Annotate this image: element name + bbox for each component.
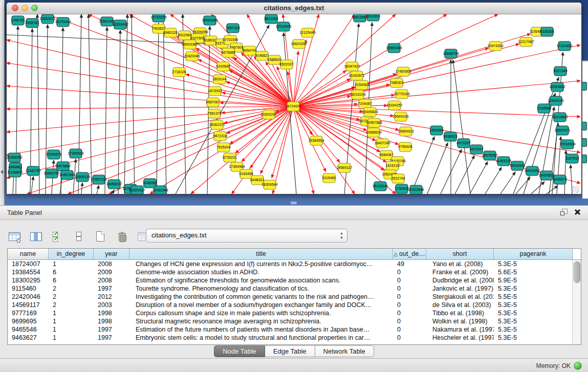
network-node[interactable]: 3875685 [221, 48, 235, 57]
column-header-indegree[interactable]: in_degree [49, 249, 94, 259]
network-node-hub[interactable]: 18724007 [285, 102, 301, 111]
horizontal-split-handle[interactable] [291, 202, 297, 204]
scrollbar-thumb[interactable] [574, 261, 580, 283]
network-node[interactable]: 1615132 [385, 161, 399, 170]
rows-icon[interactable] [72, 229, 86, 244]
network-node[interactable]: 8960128 [163, 28, 177, 37]
network-node[interactable]: 23300297 [260, 110, 276, 119]
network-node[interactable]: 2803144 [212, 75, 226, 84]
table-row[interactable]: 911546021997Tourette syndrome. Phenomeno… [8, 285, 573, 293]
network-node[interactable]: 20206576 [46, 150, 61, 159]
network-node[interactable]: 16543382 [182, 40, 198, 49]
network-node[interactable]: 19034911 [510, 161, 526, 170]
network-node[interactable]: 1167533 [565, 154, 579, 163]
network-node[interactable]: 12032348 [152, 186, 168, 194]
network-node[interactable]: 8938923 [443, 132, 457, 141]
table-row[interactable]: 1872400712008Changes of HCN gene express… [8, 260, 573, 268]
left-split-divider[interactable] [0, 0, 5, 205]
network-node[interactable]: 15544106 [393, 112, 408, 121]
network-node[interactable]: 16164257 [386, 101, 402, 110]
network-node[interactable]: 16459822 [538, 171, 554, 180]
table-row[interactable]: 1456911722003Disruption of a novel membe… [8, 301, 573, 309]
network-node[interactable]: 17016504 [559, 140, 575, 149]
network-node[interactable]: 1840954 [429, 126, 443, 135]
table-row[interactable]: 2242004622012Investigating the contribut… [8, 293, 573, 301]
network-graph[interactable]: 7963822896012889129541522605893275061654… [7, 14, 580, 194]
network-node[interactable]: 18309544 [262, 180, 277, 189]
network-node[interactable]: 16648794 [443, 49, 459, 58]
network-node[interactable]: 16958107 [106, 180, 122, 189]
network-node[interactable]: 15136141 [372, 182, 388, 191]
network-node[interactable]: 2718126 [172, 68, 186, 77]
network-node[interactable]: 8733231 [223, 153, 236, 162]
network-node[interactable]: 18407249 [374, 139, 390, 148]
network-node[interactable]: 17957223 [91, 175, 106, 184]
network-node[interactable]: 9154083 [355, 80, 368, 90]
collapse-left-arrow-icon[interactable] [1, 170, 3, 174]
network-node[interactable]: 12217987 [518, 37, 534, 47]
network-node[interactable]: 10688639 [365, 128, 381, 137]
table-settings-icon[interactable] [7, 229, 21, 244]
new-table-icon[interactable] [93, 229, 107, 244]
float-panel-icon[interactable] [560, 209, 568, 215]
network-node[interactable]: 12444193 [548, 96, 563, 105]
network-node[interactable]: 2055781 [25, 18, 39, 28]
network-node[interactable]: 16162871 [349, 71, 364, 80]
network-node[interactable]: 16339042 [112, 20, 128, 29]
network-node[interactable]: 12093832 [549, 82, 565, 92]
network-node[interactable]: 12323448 [408, 185, 424, 194]
tab-network-table[interactable]: Network Table [315, 345, 374, 357]
network-node[interactable]: 7204087 [358, 99, 372, 108]
network-node[interactable]: 17450503 [395, 67, 411, 76]
network-node[interactable]: 18262371 [209, 120, 225, 129]
table-selector-dropdown[interactable]: citations_edges.txt ▲▼ [146, 229, 347, 243]
network-canvas[interactable]: 7963822896012889129541522605893275061654… [7, 14, 580, 194]
table-panel-header[interactable]: Table Panel [0, 206, 588, 220]
network-node[interactable]: 15692971 [554, 126, 570, 135]
table-row[interactable]: 946362711997Embryonic stem cells: a mode… [8, 334, 573, 342]
network-node[interactable]: 10993452 [524, 166, 540, 176]
network-node[interactable]: 17103452 [556, 41, 572, 51]
network-node[interactable]: 10552571 [39, 14, 55, 24]
show-columns-icon[interactable] [29, 229, 43, 244]
table-row[interactable]: 946554611997Estimation of the future num… [8, 325, 573, 334]
network-node[interactable]: 1055781 [11, 16, 25, 25]
network-node[interactable]: 7857224 [226, 24, 239, 33]
network-node[interactable]: 18613454 [352, 14, 367, 22]
network-node[interactable]: 6473297 [456, 139, 470, 148]
network-node[interactable]: 15276419 [55, 17, 71, 27]
network-node[interactable]: 16210643 [552, 113, 568, 122]
close-panel-icon[interactable] [574, 209, 581, 215]
network-node[interactable]: 7485303 [389, 78, 403, 87]
table-row[interactable]: 977716911998Corpus callosum shape and si… [8, 309, 573, 317]
network-node[interactable]: 16053809 [202, 16, 217, 25]
network-node[interactable]: 7581376 [207, 109, 221, 118]
network-node[interactable]: 19565344 [386, 43, 402, 53]
network-node[interactable]: 15624291 [291, 39, 307, 49]
window-titlebar[interactable]: citations_edges.txt [7, 3, 581, 14]
network-node[interactable]: 19957588 [366, 118, 382, 127]
network-node[interactable]: 9242848 [216, 62, 230, 71]
network-node[interactable]: 9227349 [553, 67, 567, 76]
window-resize-grip[interactable] [573, 186, 579, 193]
network-node[interactable]: 14569117 [337, 163, 353, 172]
network-node[interactable]: 18216104 [350, 90, 365, 99]
network-node[interactable]: 15495824 [362, 107, 378, 117]
network-node[interactable]: 8912954 [178, 31, 191, 40]
network-node[interactable]: 17359924 [68, 149, 83, 158]
tab-edge-table[interactable]: Edge Table [265, 345, 315, 357]
column-header-short[interactable]: short [426, 249, 494, 259]
column-header-name[interactable]: name [8, 249, 49, 259]
network-node[interactable]: 13505115 [75, 172, 91, 182]
network-node[interactable]: 16047427 [344, 62, 360, 71]
tab-node-table[interactable]: Node Table [214, 345, 265, 357]
network-node[interactable]: 8813054 [264, 14, 278, 24]
network-view-window[interactable]: citations_edges.txt 79638228960128891295… [6, 2, 582, 194]
network-node[interactable]: 11156828 [7, 168, 23, 177]
network-node[interactable]: 9106328 [540, 27, 554, 36]
network-node[interactable]: 7625244 [216, 143, 230, 152]
select-columns-icon[interactable]: ✓ ✓ [50, 229, 64, 244]
network-node[interactable]: 11451944 [59, 170, 75, 180]
table-row[interactable]: 1938455462009Genome-wide association stu… [8, 268, 573, 276]
network-node[interactable]: 1733426 [395, 184, 408, 193]
